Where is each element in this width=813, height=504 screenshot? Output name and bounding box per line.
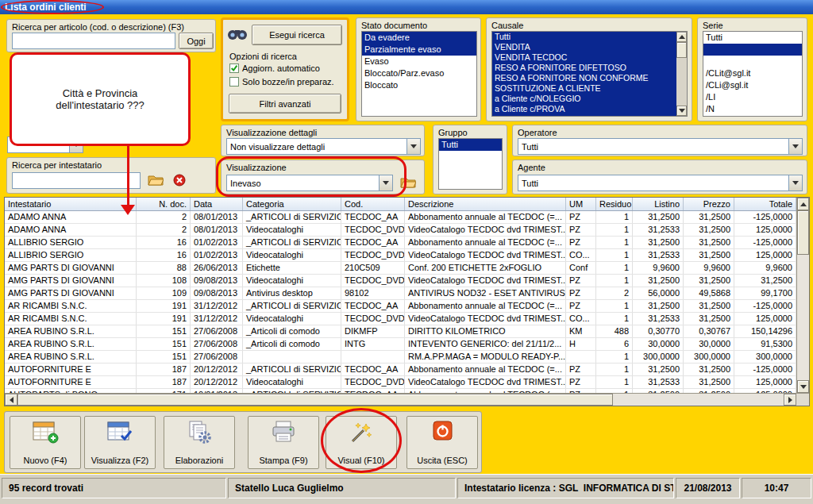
dropdown-button[interactable] (69, 137, 83, 152)
column-header[interactable]: UM (566, 198, 596, 210)
gruppo-item[interactable]: Tutti (439, 139, 502, 151)
column-header[interactable]: Totale (734, 198, 796, 210)
hidden-combobox[interactable] (7, 137, 83, 153)
table-row[interactable]: AMG PARTS DI GIOVANNI10909/08/2013Antivi… (5, 287, 796, 300)
table-row[interactable]: AMG PARTS DI GIOVANNI8826/06/2013Etichet… (5, 262, 796, 275)
esegui-ricerca-button[interactable]: Esegui ricerca (252, 25, 342, 45)
table-row[interactable]: AREA RUBINO S.R.L.15127/06/2008RM.A.PP.M… (5, 351, 796, 364)
causale-item[interactable]: VENDITA TECDOC (492, 52, 675, 63)
scrollbar-track[interactable] (676, 58, 687, 106)
oggi-button[interactable]: Oggi (179, 33, 214, 49)
column-header[interactable]: Cod. (341, 198, 405, 210)
column-header[interactable]: Residuo (596, 198, 633, 210)
dropdown-button[interactable] (788, 139, 802, 154)
table-row[interactable]: AR RICAMBI S.N.C.19131/12/2012Videocatal… (5, 313, 796, 325)
stato-documento-list[interactable]: Da evadereParzialmente evasoEvasoBloccat… (361, 31, 477, 117)
visual-button[interactable]: Visual (F10) (326, 416, 397, 469)
table-row[interactable]: AREA RUBINO S.R.L.15127/06/2008_Articoli… (5, 338, 796, 351)
checkbox-solo-bozze[interactable]: Solo bozze/in preparaz. (229, 77, 334, 87)
operatore-combobox[interactable]: Tutti (518, 138, 803, 155)
serie-list[interactable]: Tutti/CLit@sgl.it/CLi@sgl.it/LI/N (703, 31, 803, 117)
serie-item[interactable] (703, 44, 802, 56)
stato-documento-item[interactable]: Bloccato (362, 79, 476, 91)
gruppo-list[interactable]: Tutti (438, 138, 503, 190)
causale-item[interactable]: SOSTITUZIONE A CLIENTE (492, 83, 675, 94)
serie-item[interactable]: /LI (703, 91, 802, 103)
stato-documento-item[interactable]: Da evadere (362, 32, 476, 44)
uscita-button[interactable]: Uscita (ESC) (406, 416, 478, 469)
table-row[interactable]: AREA RUBINO S.R.L.15127/06/2008_Articoli… (5, 325, 796, 338)
serie-item[interactable]: /CLi@sgl.it (703, 79, 802, 91)
folder-open-button[interactable] (145, 171, 166, 190)
serie-item[interactable]: /N (703, 103, 802, 115)
causale-item[interactable]: a Cliente c/NOLEGGIO (492, 94, 675, 104)
stato-documento-item[interactable]: Bloccato/Parz.evaso (362, 67, 476, 79)
scrollbar-corner (796, 394, 809, 406)
agente-combobox[interactable]: Tutti (518, 175, 803, 191)
scroll-up-button[interactable] (797, 198, 809, 210)
causale-item[interactable]: Tutti (492, 32, 675, 42)
table-row[interactable]: AUTOFORNITURE E18720/12/2012_ARTICOLI di… (5, 364, 796, 376)
visualizzazione-folder-button[interactable] (398, 173, 418, 192)
dropdown-button[interactable] (788, 175, 802, 190)
causale-item[interactable]: RESO A FORNITORE DIFETTOSO (492, 63, 675, 73)
table-row[interactable]: ADAMO ANNA208/01/2013_ARTICOLI di SERVIZ… (5, 211, 796, 224)
dropdown-button[interactable] (379, 175, 392, 190)
table-row[interactable]: AR RICAMBI S.N.C.19131/12/2012_ARTICOLI … (5, 300, 796, 313)
stato-documento-label: Stato documento (361, 21, 427, 30)
column-header[interactable]: Descrizione (405, 198, 566, 210)
filtri-avanzati-button[interactable]: Filtri avanzati (229, 94, 341, 113)
serie-item[interactable]: Tutti (703, 32, 802, 44)
column-header[interactable]: Prezzo (684, 198, 734, 210)
nuovo-button[interactable]: Nuovo (F4) (10, 416, 81, 469)
table-row[interactable]: AUTOFORNITURE E18720/12/2012Videocatalog… (5, 376, 796, 389)
causale-item[interactable]: VENDITA (492, 42, 675, 52)
causale-item[interactable]: RESO A FORNITORE NON CONFORME (492, 73, 675, 83)
column-header[interactable]: Data (191, 198, 243, 210)
status-time: 10:47 (742, 478, 811, 498)
dropdown-button[interactable] (406, 139, 420, 154)
scrollbar-thumb[interactable] (676, 42, 687, 58)
table-row[interactable]: AMG PARTS DI GIOVANNI10809/08/2013Videoc… (5, 275, 796, 287)
table-row[interactable]: ALLIBRIO SERGIO1601/02/2013_ARTICOLI di … (5, 237, 796, 249)
table-cell: 2 (596, 287, 633, 299)
checkbox-box[interactable] (229, 63, 239, 73)
column-header[interactable]: Listino (633, 198, 684, 210)
causale-scrollbar[interactable] (676, 32, 687, 116)
articolo-search-input[interactable] (12, 33, 175, 49)
stato-documento-item[interactable]: Parzialmente evaso (362, 44, 476, 56)
intestatario-search-input[interactable] (12, 172, 141, 189)
scroll-down-button[interactable] (797, 380, 809, 393)
column-header[interactable]: N. doc. (137, 198, 191, 210)
stampa-button[interactable]: Stampa (F9) (248, 416, 319, 469)
column-header[interactable]: Intestatario (5, 198, 137, 210)
visualizzazione-combobox[interactable]: Inevaso (226, 175, 393, 191)
table-row[interactable]: ADAMO ANNA208/01/2013VideocataloghiTECDO… (5, 224, 796, 237)
causale-list[interactable]: TuttiVENDITAVENDITA TECDOCRESO A FORNITO… (491, 31, 688, 117)
column-header[interactable]: Categoria (243, 198, 341, 210)
chevron-down-icon (383, 181, 389, 185)
scrollbar-thumb[interactable] (17, 394, 613, 406)
table-cell: 31,2533 (633, 376, 684, 388)
scroll-left-button[interactable] (5, 394, 17, 406)
clear-search-button[interactable] (169, 171, 190, 190)
scroll-down-button[interactable] (676, 106, 687, 116)
serie-item[interactable] (703, 56, 802, 67)
scrollbar-track[interactable] (797, 255, 809, 380)
scrollbar-thumb[interactable] (797, 210, 809, 255)
horizontal-scrollbar[interactable] (5, 393, 809, 406)
scroll-right-button[interactable] (784, 394, 796, 406)
vertical-scrollbar[interactable] (796, 198, 809, 393)
scroll-up-button[interactable] (676, 32, 687, 42)
stato-documento-item[interactable]: Evaso (362, 56, 476, 67)
visualizza-button[interactable]: Visualizza (F2) (84, 416, 156, 469)
elaborazioni-button[interactable]: Elaborazioni (164, 416, 235, 469)
visualizzazione-dettagli-combobox[interactable]: Non visualizzare dettagli (226, 138, 421, 155)
table-cell: 01/02/2013 (191, 249, 243, 261)
scrollbar-track[interactable] (613, 394, 784, 406)
causale-item[interactable]: a Cliente c/PROVA (492, 104, 675, 114)
table-row[interactable]: ALLIBRIO SERGIO1601/02/2013Videocatalogh… (5, 249, 796, 262)
checkbox-box[interactable] (229, 77, 239, 87)
checkbox-aggiorn-automatico[interactable]: Aggiorn. automatico (229, 63, 320, 73)
serie-item[interactable]: /CLit@sgl.it (703, 67, 802, 79)
